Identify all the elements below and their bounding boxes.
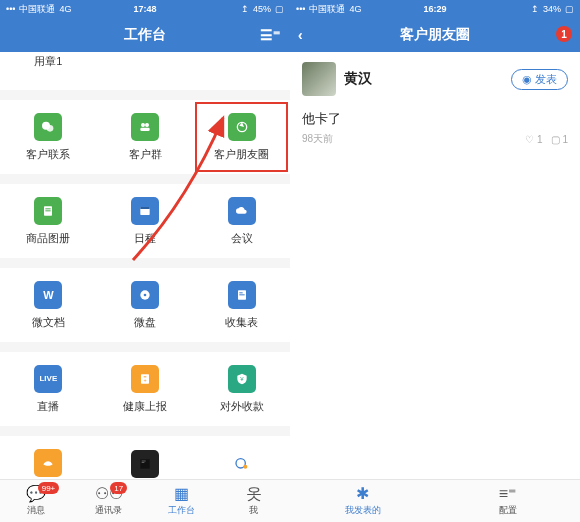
grid-item-product-album[interactable]: 商品图册 [0,184,97,258]
grid-item-external-payment[interactable]: ¥ 对外收款 [193,352,290,426]
grid-item-learning[interactable]: 学习园地 [0,436,97,479]
svg-rect-21 [142,461,146,462]
svg-rect-22 [142,462,145,463]
notification-badge[interactable]: 1 [556,26,572,42]
health-icon: + [131,365,159,393]
sliders-icon: ≡⁼ [499,486,516,502]
settings-icon[interactable]: ☰⁼ [260,27,280,43]
grid-item-customer-contact[interactable]: 客户联系 [0,100,97,174]
svg-point-2 [141,123,145,127]
svg-point-5 [237,122,246,131]
nav-bar: 工作台 ☰⁼ [0,18,290,52]
svg-rect-8 [46,210,51,211]
avatar[interactable] [302,62,336,96]
svg-rect-14 [239,292,242,293]
person-icon: 옷 [246,486,262,502]
svg-text:+: + [143,376,146,382]
cloud-icon [228,197,256,225]
status-bar: •••中国联通4G 17:48 ↥45%▢ [0,0,290,18]
svg-point-12 [144,293,147,296]
grid-item-live[interactable]: LIVE 直播 [0,352,97,426]
disk-icon [131,281,159,309]
post-item[interactable]: 他卡了 98天前 ♡ 1 ▢ 1 [290,106,580,152]
grid-item-customer-moments[interactable]: 客户朋友圈 [193,100,290,174]
back-icon[interactable]: ‹ [298,27,303,43]
nav-bar: ‹ 客户朋友圈 1 [290,18,580,52]
svg-rect-10 [140,207,149,209]
status-bar: •••中国联通4G 16:29 ↥34%▢ [290,0,580,18]
live-icon: LIVE [34,365,62,393]
learn-icon [34,449,62,477]
page-title: 工作台 [124,26,166,44]
svg-point-1 [47,125,54,132]
tab-my-posts[interactable]: ✱ 我发表的 [290,480,435,522]
grid-icon: ▦ [174,486,189,502]
publish-button[interactable]: ◉ 发表 [511,69,568,90]
form-icon [228,281,256,309]
comment-count[interactable]: ▢ 1 [551,134,568,145]
aperture-icon [228,113,256,141]
aperture-icon: ✱ [356,486,369,502]
svg-point-24 [243,465,247,469]
tab-config[interactable]: ≡⁼ 配置 [435,480,580,522]
user-name: 黄汉 [344,70,372,88]
grid-item-microdisk[interactable]: 微盘 [97,268,194,342]
svg-rect-4 [140,127,149,130]
post-time: 98天前 [302,132,333,146]
tab-workbench[interactable]: ▦ 工作台 [145,480,218,522]
tab-contacts[interactable]: ⚇⚇ 17 通讯录 [73,480,146,522]
app-grid: 用章1 客户联系 客户群 客户朋友圈 商品图册 [0,52,290,479]
svg-point-3 [145,123,149,127]
post-text: 他卡了 [302,110,568,128]
grid-item-311[interactable]: 311 [193,436,290,479]
tab-messages[interactable]: 💬 99+ 消息 [0,480,73,522]
left-phone: •••中国联通4G 17:48 ↥45%▢ 工作台 ☰⁼ 用章1 客户联系 客户… [0,0,290,522]
page-title: 客户朋友圈 [400,26,470,44]
tab-bar: 💬 99+ 消息 ⚇⚇ 17 通讯录 ▦ 工作台 옷 我 [0,479,290,522]
grid-item-microdoc[interactable]: W 微文档 [0,268,97,342]
svg-rect-15 [239,294,244,295]
svg-rect-7 [46,208,51,209]
terminal-icon [131,450,159,478]
group-icon [131,113,159,141]
grid-item-stamp[interactable]: 用章1 [0,52,97,90]
calendar-icon [131,197,159,225]
tab-me[interactable]: 옷 我 [218,480,291,522]
grid-item-form[interactable]: 收集表 [193,268,290,342]
doc-icon [34,197,62,225]
wechat-icon [34,113,62,141]
grid-item-calendar[interactable]: 日程 [97,184,194,258]
shield-icon: ¥ [228,365,256,393]
tab-bar: ✱ 我发表的 ≡⁼ 配置 [290,479,580,522]
w-icon: W [34,281,62,309]
grid-item-customer-group[interactable]: 客户群 [97,100,194,174]
chat-bubble-icon [228,450,256,478]
grid-item-meeting[interactable]: 会议 [193,184,290,258]
like-count[interactable]: ♡ 1 [525,134,542,145]
grid-item-12333[interactable]: 12333 [97,436,194,479]
right-phone: •••中国联通4G 16:29 ↥34%▢ ‹ 客户朋友圈 1 黄汉 ◉ 发表 … [290,0,580,522]
grid-item-health-report[interactable]: + 健康上报 [97,352,194,426]
profile-header: 黄汉 ◉ 发表 [290,52,580,106]
camera-icon: ◉ [522,73,532,86]
